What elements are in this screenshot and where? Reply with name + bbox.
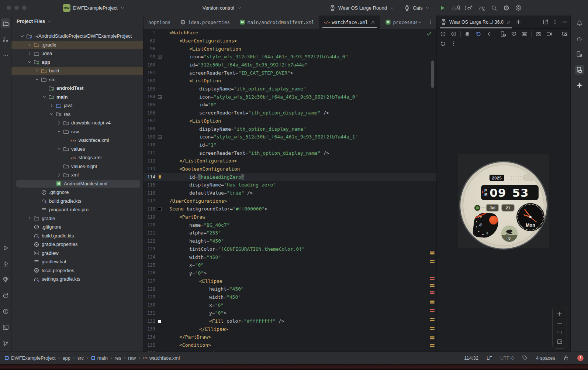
- zoom-ratio[interactable]: 1:1: [557, 330, 562, 335]
- chevron-down-icon[interactable]: [33, 76, 41, 82]
- project-folder-icon[interactable]: [1, 18, 10, 28]
- tree-item--gitignore[interactable]: .gitignore: [11, 223, 143, 232]
- device-tab[interactable]: Wear OS Large Ro...l 36.0: [440, 16, 512, 29]
- close-icon[interactable]: [370, 20, 376, 25]
- wear-button-2-icon[interactable]: 2: [450, 30, 457, 38]
- minimize-window-button[interactable]: [14, 6, 19, 10]
- code-line[interactable]: 119<PartDraw: [143, 213, 436, 221]
- warning-stripe-mark[interactable]: [430, 301, 435, 302]
- code-line[interactable]: 96<ListConfiguration: [143, 45, 436, 53]
- code-line[interactable]: 107<ListOption: [143, 117, 436, 125]
- tree-item--idea[interactable]: .idea: [11, 49, 143, 58]
- more-horizontal-icon[interactable]: [1, 50, 10, 60]
- code-line[interactable]: 62<UserConfigurations>: [143, 37, 436, 45]
- code-line[interactable]: 109icon="style_wfs_312c30bf_f64a_461e_9c…: [143, 133, 436, 141]
- code-line[interactable]: 136<Expressions>: [143, 349, 436, 352]
- tree-item-androidmanifest-xml[interactable]: MAndroidManifest.xml: [11, 179, 143, 188]
- code-line[interactable]: 129width="450": [143, 293, 436, 301]
- code-line[interactable]: 120name="BG_40c7": [143, 221, 436, 229]
- warning-stripe-mark[interactable]: [430, 253, 435, 254]
- code-line[interactable]: 117/UserConfigurations>: [143, 197, 436, 205]
- unlock-icon[interactable]: [563, 355, 569, 361]
- code-line[interactable]: 130x="0": [143, 301, 436, 309]
- warning-stripe-mark[interactable]: [430, 327, 435, 328]
- breadcrumb-item-main[interactable]: main: [91, 355, 108, 361]
- intention-bulb-icon[interactable]: [158, 175, 162, 179]
- more-vert-icon[interactable]: [450, 40, 457, 48]
- code-line[interactable]: 128height="450": [143, 285, 436, 293]
- inspection-ok-icon[interactable]: [426, 31, 432, 37]
- chevron-down-icon[interactable]: [41, 94, 48, 100]
- code-line[interactable]: 123tintColor="[CONFIGURATION.themeColor.…: [143, 245, 436, 253]
- tree-item-src[interactable]: src: [11, 75, 143, 84]
- code-line[interactable]: 106screenReaderText="ith_option_display_…: [143, 109, 436, 117]
- error-stripe-mark[interactable]: [430, 293, 435, 294]
- code-line[interactable]: 126y="0">: [143, 269, 436, 277]
- code-line[interactable]: 103displayName="ith_option_display_name": [143, 85, 436, 93]
- warning-stripe-mark[interactable]: [430, 302, 435, 304]
- chevron-down-icon[interactable]: [55, 146, 63, 152]
- warning-stripe-mark[interactable]: [430, 262, 435, 263]
- tree-item-build-gradle-kts[interactable]: build.gradle.kts: [11, 197, 143, 206]
- run-button[interactable]: [438, 3, 447, 12]
- chevron-right-icon[interactable]: [26, 42, 33, 48]
- tree-item-gradlew[interactable]: gradlew: [11, 249, 143, 258]
- tree-item--gradle[interactable]: .gradle: [11, 41, 143, 49]
- tab-list-chevron-icon[interactable]: [416, 18, 423, 26]
- sync-project-icon[interactable]: [477, 3, 486, 12]
- drawable-preview-icon[interactable]: [158, 95, 162, 99]
- zoom-in-button[interactable]: [556, 311, 563, 317]
- tree-item-settings-gradle-kts[interactable]: settings.gradle.kts: [11, 275, 143, 284]
- close-icon[interactable]: [506, 20, 511, 25]
- tab-options-icon[interactable]: [427, 18, 434, 26]
- code-line[interactable]: 134</PartDraw>: [143, 333, 436, 341]
- error-stripe-mark[interactable]: [430, 311, 435, 312]
- code-line[interactable]: 108displayName="ith_option_display_name": [143, 125, 436, 133]
- line-separator-widget[interactable]: LF: [487, 355, 492, 361]
- breadcrumb-item-raw[interactable]: raw: [128, 355, 136, 361]
- code-line[interactable]: 104icon="style_wfs_312c30bf_f64a_461e_9c…: [143, 93, 436, 101]
- tree-item-build-gradle-kts[interactable]: build.gradle.kts: [11, 232, 143, 240]
- chevron-down-icon[interactable]: [26, 59, 33, 65]
- gem-icon[interactable]: [1, 275, 10, 284]
- health-services-icon[interactable]: [510, 30, 518, 38]
- breadcrumb-item-res[interactable]: res: [115, 355, 121, 361]
- problems-icon[interactable]: [1, 306, 10, 316]
- tree-item--gitignore[interactable]: .gitignore: [11, 188, 143, 197]
- tree-item-watchface-xml[interactable]: </>watchface.xml: [11, 136, 143, 145]
- chevron-right-icon[interactable]: [26, 51, 33, 56]
- code-line[interactable]: 135<Condition>: [143, 341, 436, 349]
- tree-item--androidstudioprojects-dwfexampleproject[interactable]: ~/AndroidStudioProjects/DWFExampleProjec…: [11, 32, 143, 41]
- chevron-down-icon[interactable]: [55, 129, 63, 134]
- version-control-icon[interactable]: [1, 338, 10, 348]
- error-stripe-mark[interactable]: [430, 279, 435, 280]
- commit-icon[interactable]: [1, 34, 10, 44]
- keyboard-input-icon[interactable]: [520, 30, 528, 38]
- mirror-display-icon[interactable]: [561, 30, 568, 38]
- error-badge[interactable]: !: [577, 355, 584, 361]
- warning-stripe-mark[interactable]: [430, 260, 435, 261]
- gradle-tool-icon[interactable]: [575, 34, 584, 44]
- code-line[interactable]: 1<WatchFace: [143, 29, 436, 37]
- panel-options-icon[interactable]: [552, 19, 558, 25]
- code-line[interactable]: 118Scene backgroundColor="#ff000000">: [143, 205, 436, 213]
- profiler-icon[interactable]: [465, 3, 474, 12]
- drawable-preview-icon[interactable]: [158, 54, 162, 59]
- warning-stripe-mark[interactable]: [430, 344, 435, 345]
- code-line[interactable]: 121alpha="255": [143, 229, 436, 237]
- tag-icon[interactable]: [522, 355, 528, 361]
- vcs-widget[interactable]: Version control: [203, 0, 242, 16]
- warning-stripe-mark[interactable]: [430, 251, 435, 253]
- chevron-down-icon[interactable]: [48, 111, 55, 117]
- encoding-widget[interactable]: UTF-8: [500, 355, 514, 361]
- close-window-button[interactable]: [7, 6, 11, 10]
- code-line[interactable]: 101screenReaderText="ID_CAT_STEP_OVER">: [143, 69, 436, 77]
- screenshot-camera-icon[interactable]: [535, 30, 542, 38]
- tree-item-raw[interactable]: raw: [11, 127, 143, 136]
- project-view-selector[interactable]: Project Files: [17, 18, 52, 24]
- gemini-sparkle-icon[interactable]: [575, 80, 584, 90]
- new-device-tab-icon[interactable]: [515, 19, 522, 25]
- warning-stripe-mark[interactable]: [430, 329, 435, 330]
- breadcrumb-item-watchface-xml[interactable]: </>watchface.xml: [143, 355, 180, 361]
- code-line[interactable]: 110id="1": [143, 141, 436, 149]
